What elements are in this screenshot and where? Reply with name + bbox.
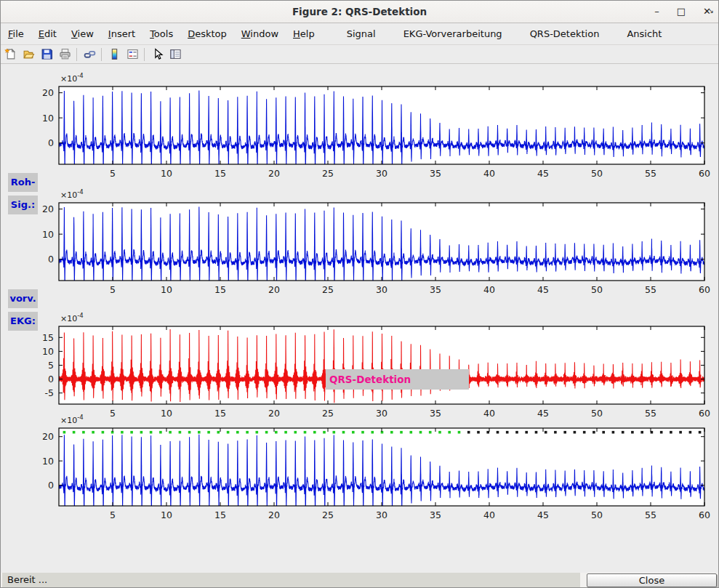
plots-canvas: 5101520253035404550556001020×10-45101520…	[1, 64, 719, 573]
plot-browser-icon[interactable]	[167, 47, 184, 63]
menu-qrs-detektion[interactable]: QRS-Detektion	[523, 24, 607, 44]
missed-beat-marker	[563, 431, 566, 434]
x-tick-label: 30	[376, 408, 387, 419]
x-tick-label: 55	[645, 408, 656, 419]
statusbar: Bereit ... Close	[1, 573, 718, 588]
x-tick-label: 5	[110, 408, 116, 419]
x-tick-label: 45	[537, 168, 549, 179]
insert-legend-icon[interactable]	[124, 47, 141, 63]
detected-beat-marker	[284, 431, 287, 434]
menu-ekg-vorverarbeitung[interactable]: EKG-Vorverarbeitung	[396, 24, 510, 44]
detected-beat-marker	[275, 431, 278, 434]
insert-colorbar-icon[interactable]	[106, 47, 123, 63]
plot-detektion-marker[interactable]: 5101520253035404550556001020×10-4	[42, 414, 710, 520]
detected-beat-marker	[304, 431, 307, 434]
detected-beat-marker	[448, 431, 451, 434]
x-tick-label: 45	[537, 284, 549, 295]
detected-beat-marker	[130, 431, 133, 434]
x-tick-label: 20	[268, 408, 280, 419]
detected-beat-marker	[429, 431, 432, 434]
menu-tools[interactable]: Tools	[142, 24, 180, 44]
x-tick-label: 15	[214, 408, 226, 419]
y-tick-label: 20	[42, 87, 54, 98]
menu-help[interactable]: Help	[286, 24, 322, 44]
x-tick-label: 25	[322, 168, 334, 179]
x-tick-label: 25	[322, 408, 334, 419]
missed-beat-marker	[477, 431, 480, 434]
detected-beat-marker	[63, 431, 66, 434]
x-tick-label: 40	[483, 510, 495, 520]
axes-label-roh: Roh-	[8, 173, 38, 192]
axes-label-sig: Sig.:	[8, 196, 38, 214]
menu-overflow-icon[interactable]: ↘	[708, 7, 714, 15]
x-tick-label: 35	[430, 284, 441, 295]
x-tick-label: 20	[268, 168, 280, 179]
detected-beat-marker	[410, 431, 413, 434]
toolbar-separator	[101, 48, 102, 61]
link-plot-icon[interactable]	[81, 47, 98, 63]
x-tick-label: 35	[430, 408, 441, 419]
menu-ansicht[interactable]: Ansicht	[619, 24, 669, 44]
x-tick-label: 45	[537, 408, 549, 419]
detected-beat-marker	[92, 431, 95, 434]
detected-beat-marker	[73, 431, 76, 434]
detected-beat-marker	[207, 431, 210, 434]
missed-beat-marker	[640, 431, 643, 434]
menubar: FileEditViewInsertToolsDesktopWindowHelp…	[1, 23, 718, 45]
plot-vorverarbeitetes-ekg[interactable]: 5101520253035404550556001020×10-4	[42, 188, 710, 295]
qrs-detektion-plot-title: QRS-Detektion	[326, 369, 469, 390]
y-tick-label: -5	[45, 387, 54, 398]
menu-edit[interactable]: Edit	[31, 24, 64, 44]
detected-beat-marker	[390, 431, 393, 434]
edit-plot-pointer-icon[interactable]	[149, 47, 166, 63]
x-tick-label: 10	[161, 284, 172, 295]
new-figure-icon[interactable]	[2, 47, 19, 63]
menu-file[interactable]: File	[1, 24, 31, 44]
x-tick-label: 50	[591, 284, 603, 295]
detected-beat-marker	[438, 431, 441, 434]
detected-beat-marker	[458, 431, 461, 434]
x-tick-label: 25	[322, 510, 334, 520]
y-axis-exponent: ×10-4	[60, 72, 84, 84]
figure-window: Figure 2: QRS-Detektion –□✕ FileEditView…	[0, 0, 719, 588]
x-tick-label: 30	[376, 168, 387, 179]
x-tick-label: 15	[214, 510, 226, 520]
menu-window[interactable]: Window	[234, 24, 286, 44]
maximize-button[interactable]: □	[677, 1, 686, 23]
detected-beat-marker	[323, 431, 326, 434]
x-tick-label: 55	[645, 510, 656, 520]
minimize-button[interactable]: –	[654, 1, 659, 23]
detected-beat-marker	[121, 431, 124, 434]
menu-desktop[interactable]: Desktop	[180, 24, 234, 44]
save-figure-icon[interactable]	[39, 47, 55, 63]
x-tick-label: 40	[483, 408, 495, 419]
figure-canvas: 5101520253035404550556001020×10-45101520…	[1, 64, 719, 573]
x-tick-label: 60	[699, 284, 710, 295]
detected-beat-marker	[227, 431, 230, 434]
detected-beat-marker	[352, 431, 355, 434]
detected-beat-marker	[265, 431, 268, 434]
menu-view[interactable]: View	[64, 24, 101, 44]
window-title: Figure 2: QRS-Detektion	[292, 6, 427, 17]
close-button[interactable]: Close	[587, 573, 717, 587]
x-tick-label: 20	[268, 284, 280, 295]
open-file-icon[interactable]	[20, 47, 37, 63]
x-tick-label: 30	[376, 284, 387, 295]
y-tick-label: 20	[42, 204, 54, 214]
plot-roh-signal[interactable]: 5101520253035404550556001020×10-4	[42, 72, 710, 179]
x-tick-label: 60	[699, 408, 710, 419]
missed-beat-marker	[506, 431, 509, 434]
detected-beat-marker	[256, 431, 259, 434]
x-tick-label: 40	[483, 284, 495, 295]
plot-qrs-detektion[interactable]: 51015202530354045505560-5051015×10-4	[42, 312, 710, 419]
missed-beat-marker	[602, 431, 605, 434]
detected-beat-marker	[236, 431, 239, 434]
menu-signal[interactable]: Signal	[340, 24, 383, 44]
x-tick-label: 15	[214, 168, 226, 179]
missed-beat-marker	[545, 431, 547, 434]
print-figure-icon[interactable]	[57, 47, 73, 63]
detected-beat-marker	[400, 431, 403, 434]
menu-insert[interactable]: Insert	[101, 24, 142, 44]
x-tick-label: 60	[699, 168, 710, 179]
detected-beat-marker	[342, 431, 345, 434]
